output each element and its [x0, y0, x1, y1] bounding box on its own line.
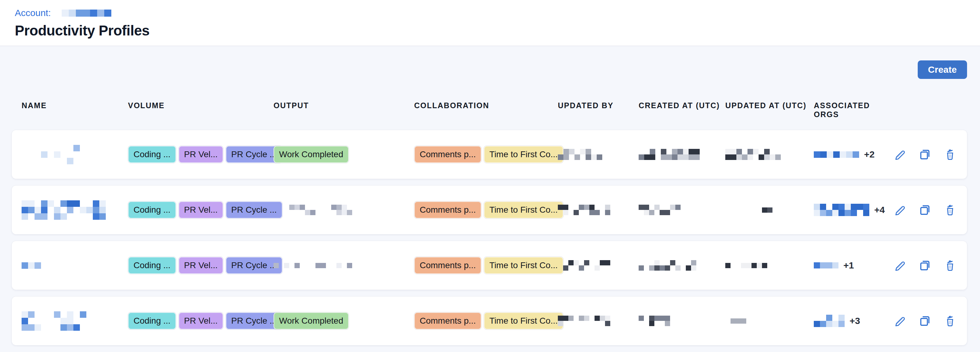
- table-body: Coding ...PR Vel...PR Cycle ...Work Comp…: [12, 130, 967, 345]
- cell-associated-orgs: +2: [814, 149, 891, 160]
- column-header-orgs: ASSOCIATED ORGS: [814, 101, 891, 119]
- copy-icon: [918, 323, 931, 328]
- tag-time-to-first-co: Time to First Co...: [484, 312, 563, 330]
- cell-name: [22, 200, 128, 220]
- edit-button[interactable]: [892, 147, 907, 162]
- edit-button[interactable]: [892, 203, 907, 217]
- redacted-updated-at: [725, 149, 781, 160]
- tag-comments-p: Comments p...: [414, 257, 481, 274]
- orgs-more-count: +1: [843, 260, 854, 271]
- table-row: Coding ...PR Vel...PR Cycle ...Comments …: [12, 241, 967, 290]
- table-row: Coding ...PR Vel...PR Cycle ...Work Comp…: [12, 297, 967, 345]
- account-value-redacted: [54, 10, 111, 17]
- redacted-name: [22, 145, 80, 164]
- redacted-updated-at: [725, 319, 746, 323]
- pencil-icon: [893, 268, 906, 273]
- delete-button[interactable]: [943, 314, 957, 328]
- duplicate-button[interactable]: [918, 147, 932, 162]
- tag-pr-vel: PR Vel...: [178, 257, 223, 274]
- tag-time-to-first-co: Time to First Co...: [484, 257, 563, 274]
- cell-updated-at: [725, 208, 814, 212]
- table-row: Coding ...PR Vel...PR Cycle ...Work Comp…: [12, 130, 967, 179]
- cell-updated-by: [558, 316, 639, 326]
- cell-associated-orgs: +4: [814, 204, 891, 216]
- redacted-name: [22, 200, 106, 220]
- tag-coding: Coding ...: [128, 257, 176, 274]
- tag-work-completed: Work Completed: [274, 312, 349, 330]
- cell-collaboration: Comments p...Time to First Co...: [414, 201, 558, 219]
- page-header: Account: Productivity Profiles: [0, 0, 980, 46]
- table-header-row: NAMEVOLUMEOUTPUTCOLLABORATIONUPDATED BYC…: [12, 101, 967, 119]
- table-row: Coding ...PR Vel...PR Cycle ...Comments …: [12, 186, 967, 234]
- orgs-more-count: +4: [874, 205, 885, 215]
- redacted-output: [274, 263, 352, 268]
- trash-icon: [943, 268, 956, 273]
- cell-collaboration: Comments p...Time to First Co...: [414, 257, 558, 274]
- column-header-output: OUTPUT: [274, 101, 414, 119]
- delete-button[interactable]: [943, 203, 957, 217]
- tag-pr-vel: PR Vel...: [178, 146, 223, 163]
- tag-coding: Coding ...: [128, 146, 176, 163]
- redacted-orgs: [814, 151, 859, 158]
- duplicate-button[interactable]: [918, 258, 932, 273]
- redacted-orgs: [814, 262, 838, 268]
- tag-work-completed: Work Completed: [274, 146, 349, 163]
- cell-updated-at: [725, 319, 814, 323]
- tag-pr-vel: PR Vel...: [178, 312, 223, 330]
- cell-collaboration: Comments p...Time to First Co...: [414, 312, 558, 330]
- edit-button[interactable]: [892, 258, 907, 273]
- redacted-updated-by: [558, 205, 610, 215]
- redacted-name: [22, 311, 93, 331]
- edit-button[interactable]: [892, 314, 907, 328]
- main-content: Create NAMEVOLUMEOUTPUTCOLLABORATIONUPDA…: [0, 46, 980, 345]
- volume-tags: Coding ...PR Vel...PR Cycle ...: [128, 257, 282, 274]
- redacted-created-at: [639, 260, 696, 271]
- collaboration-tags: Comments p...Time to First Co...: [414, 146, 563, 163]
- redacted-created-at: [639, 205, 681, 215]
- cell-actions: [891, 203, 960, 217]
- copy-icon: [918, 268, 931, 273]
- copy-icon: [918, 212, 931, 217]
- cell-updated-by: [558, 260, 639, 271]
- tag-coding: Coding ...: [128, 201, 176, 219]
- redacted-updated-by: [558, 316, 610, 326]
- redacted-updated-by: [558, 149, 602, 160]
- column-header-volume: VOLUME: [128, 101, 274, 119]
- tag-pr-vel: PR Vel...: [178, 201, 223, 219]
- pencil-icon: [893, 157, 906, 162]
- redacted-output: [274, 205, 352, 215]
- trash-icon: [943, 323, 956, 328]
- cell-associated-orgs: +1: [814, 260, 891, 271]
- cell-actions: [891, 258, 960, 273]
- cell-collaboration: Comments p...Time to First Co...: [414, 146, 558, 163]
- duplicate-button[interactable]: [918, 203, 932, 217]
- cell-created-at: [639, 260, 725, 271]
- cell-actions: [891, 147, 960, 162]
- cell-volume: Coding ...PR Vel...PR Cycle ...: [128, 312, 274, 330]
- toolbar: Create: [12, 46, 967, 79]
- redacted-name: [22, 262, 41, 269]
- volume-tags: Coding ...PR Vel...PR Cycle ...: [128, 312, 282, 330]
- account-breadcrumb[interactable]: Account:: [15, 7, 965, 19]
- pencil-icon: [893, 323, 906, 328]
- cell-updated-at: [725, 263, 814, 268]
- redacted-orgs: [814, 315, 845, 327]
- trash-icon: [943, 157, 956, 162]
- cell-updated-at: [725, 149, 814, 160]
- duplicate-button[interactable]: [918, 314, 932, 328]
- cell-name: [22, 311, 128, 331]
- tag-comments-p: Comments p...: [414, 201, 481, 219]
- collaboration-tags: Comments p...Time to First Co...: [414, 201, 563, 219]
- column-header-upby: UPDATED BY: [558, 101, 639, 119]
- collaboration-tags: Comments p...Time to First Co...: [414, 257, 563, 274]
- column-header-collab: COLLABORATION: [414, 101, 558, 119]
- redacted-updated-at: [725, 208, 783, 212]
- cell-name: [22, 262, 128, 269]
- copy-icon: [918, 157, 931, 162]
- cell-volume: Coding ...PR Vel...PR Cycle ...: [128, 201, 274, 219]
- create-button[interactable]: Create: [918, 60, 967, 79]
- delete-button[interactable]: [943, 147, 957, 162]
- redacted-created-at: [639, 316, 670, 326]
- delete-button[interactable]: [943, 258, 957, 273]
- collaboration-tags: Comments p...Time to First Co...: [414, 312, 563, 330]
